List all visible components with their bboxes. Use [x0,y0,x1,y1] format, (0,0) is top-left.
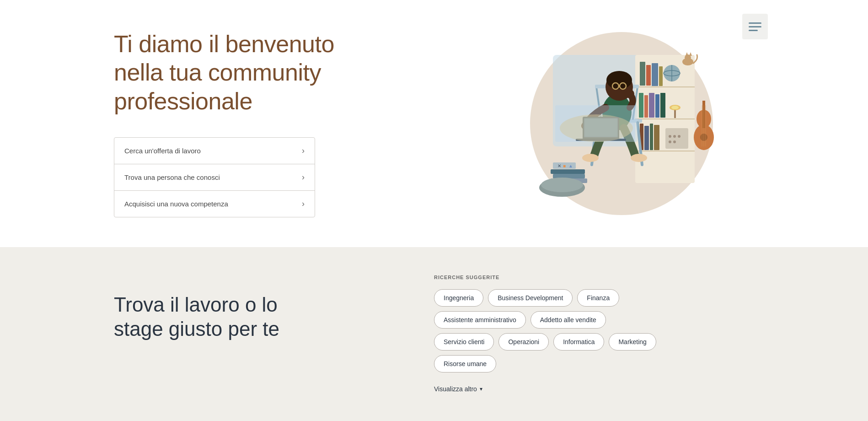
svg-marker-15 [686,52,688,56]
menu-line-1 [749,22,761,24]
find-job-title: Trova il lavoro o lo stage giusto per te [114,293,279,341]
svg-text:✕: ✕ [557,163,561,168]
view-more-button[interactable]: Visualizza altro ▾ [434,385,482,393]
tag-finanza[interactable]: Finanza [577,289,619,307]
svg-text:■: ■ [563,163,566,168]
learn-skill-label: Acquisisci una nuova competenza [124,200,228,208]
svg-rect-27 [650,124,653,150]
chevron-down-icon: ▾ [480,386,482,392]
svg-point-56 [631,154,647,162]
hero-title: Ti diamo il benvenuto nella tua communit… [114,30,334,115]
job-search-link[interactable]: Cerca un'offerta di lavoro › [114,137,315,164]
svg-rect-18 [644,95,648,118]
svg-rect-19 [649,93,654,118]
menu-line-3 [749,30,758,31]
svg-rect-26 [644,126,649,150]
svg-rect-8 [652,63,658,86]
svg-rect-6 [640,62,645,86]
tag-risorse-umane[interactable]: Risorse umane [434,355,496,372]
svg-point-30 [669,135,671,138]
svg-point-69 [541,178,583,192]
tag-addetto-alle-vendite[interactable]: Addetto alle vendite [530,311,606,329]
tags-row-3: Servizio clienti Operazioni Informatica … [434,333,754,351]
jobs-left: Trova il lavoro o lo stage giusto per te [114,275,279,341]
svg-point-33 [669,140,671,143]
svg-rect-28 [654,125,659,150]
suggested-label: RICERCHE SUGGERITE [434,275,754,280]
menu-button[interactable] [742,14,768,39]
svg-rect-63 [551,169,585,174]
hero-section: Ti diamo il benvenuto nella tua communit… [0,0,868,247]
svg-rect-21 [660,93,665,118]
learn-skill-link[interactable]: Acquisisci una nuova competenza › [114,190,315,217]
tag-ingegneria[interactable]: Ingegneria [434,289,483,307]
action-links-list: Cerca un'offerta di lavoro › Trova una p… [114,137,315,217]
tags-row-2: Assistente amministrativo Addetto alle v… [434,311,754,329]
find-person-link[interactable]: Trova una persona che conosci › [114,164,315,191]
tag-assistente-amministrativo[interactable]: Assistente amministrativo [434,311,526,329]
tag-servizio-clienti[interactable]: Servizio clienti [434,333,494,351]
svg-marker-16 [689,52,692,56]
svg-rect-7 [646,65,651,86]
job-search-label: Cerca un'offerta di lavoro [124,147,201,155]
svg-point-54 [625,89,634,98]
svg-rect-20 [655,94,659,118]
jobs-section: Trova il lavoro o lo stage giusto per te… [0,247,868,421]
tags-row-4: Risorse umane [434,355,754,372]
svg-rect-9 [659,66,663,86]
find-person-label: Trova una persona che conosci [124,173,220,181]
svg-point-24 [671,106,679,109]
hero-illustration: ✕ ■ ▲ [489,27,754,220]
jobs-right: RICERCHE SUGGERITE Ingegneria Business D… [434,275,754,393]
chevron-right-icon: › [302,173,305,182]
svg-point-31 [673,135,676,138]
hero-left: Ti diamo il benvenuto nella tua communit… [114,30,334,217]
svg-point-32 [678,135,680,138]
tags-row-1: Ingegneria Business Development Finanza [434,289,754,307]
view-more-label: Visualizza altro [434,385,477,393]
tag-business-development[interactable]: Business Development [488,289,573,307]
svg-point-71 [560,114,633,142]
tag-operazioni[interactable]: Operazioni [498,333,549,351]
menu-line-2 [749,26,761,27]
tag-informatica[interactable]: Informatica [553,333,604,351]
tag-marketing[interactable]: Marketing [609,333,656,351]
chevron-right-icon: › [302,199,305,209]
svg-point-34 [673,140,676,143]
svg-point-55 [582,154,599,162]
svg-rect-17 [639,93,643,118]
svg-text:▲: ▲ [568,163,573,168]
svg-rect-29 [665,128,688,149]
hero-svg-illustration: ✕ ■ ▲ [525,27,718,220]
chevron-right-icon: › [302,146,305,156]
